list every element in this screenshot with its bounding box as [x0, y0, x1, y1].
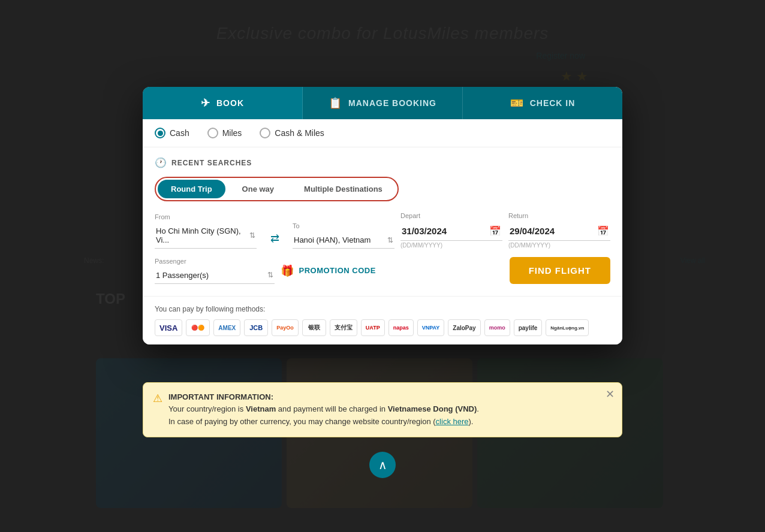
info-line2-before: In case of paying by other currency, you…	[168, 417, 436, 426]
from-label: From	[155, 213, 257, 220]
recent-searches-row: 🕐 RECENT SEARCHES	[155, 157, 610, 168]
payment-icon-zalopay: ZaloPay	[448, 319, 480, 336]
ticket-icon: 🎫	[510, 96, 524, 110]
depart-format: (DD/MM/YYYY)	[400, 242, 502, 249]
from-value: Ho Chi Minh City (SGN), Vi...	[156, 226, 249, 244]
close-info-banner-button[interactable]: ✕	[606, 389, 615, 400]
promo-label: PROMOTION CODE	[299, 266, 376, 275]
payment-icon-uatp: UATP	[361, 319, 385, 336]
from-input[interactable]: Ho Chi Minh City (SGN), Vi... ⇅	[155, 223, 257, 249]
recent-searches-label: RECENT SEARCHES	[171, 159, 252, 167]
return-group: Return 29/04/2024 📅 (DD/MM/YYYY)	[508, 212, 610, 249]
info-country: Vietnam	[246, 404, 276, 413]
payment-methods-label: You can pay by following methods:	[155, 305, 610, 313]
trip-type-selector: Round Trip One way Multiple Destinations	[155, 177, 399, 201]
return-calendar-icon[interactable]: 📅	[597, 225, 609, 237]
payment-icon-amex: AMEX	[213, 319, 240, 336]
info-title: IMPORTANT INFORMATION:	[168, 392, 273, 401]
chevron-up-icon: ∧	[378, 458, 387, 472]
swap-icon[interactable]: ⇄	[270, 232, 279, 245]
depart-group: Depart 31/03/2024 📅 (DD/MM/YYYY)	[400, 212, 502, 249]
to-group: To Hanoi (HAN), Vietnam ⇅	[293, 222, 394, 249]
tab-manage-booking[interactable]: 📋 MANAGE BOOKING	[303, 87, 463, 119]
radio-cash-miles-label: Cash & Miles	[275, 128, 324, 138]
clock-icon: 🕐	[155, 157, 167, 168]
payment-icon-alipay: 支付宝	[330, 319, 357, 336]
radio-cash[interactable]: Cash	[155, 128, 189, 138]
payment-icon-nganluong: NgânLuọng.vn	[546, 319, 589, 336]
find-flight-button[interactable]: FIND FLIGHT	[510, 257, 610, 284]
radio-cash-miles-circle	[260, 128, 270, 138]
depart-input[interactable]: 31/03/2024 📅	[400, 222, 502, 241]
passenger-arrow-icon: ⇅	[267, 271, 273, 279]
bottom-row: Passenger 1 Passenger(s) ⇅ 🎁 PROMOTION C…	[155, 257, 610, 284]
return-label: Return	[508, 212, 610, 219]
info-line1-middle: and payment will be charged in	[276, 404, 387, 413]
payment-icon-jcb: JCB	[244, 319, 268, 336]
scroll-up-button[interactable]: ∧	[369, 452, 396, 478]
main-content: 🕐 RECENT SEARCHES Round Trip One way Mul…	[143, 147, 622, 296]
payment-icons-row: VISA 🔴🟠 AMEX JCB PayOo 银联 支付宝 UATP napas…	[155, 319, 610, 336]
gift-icon: 🎁	[281, 264, 294, 277]
payment-icon-vnpay: VNPAY	[417, 319, 445, 336]
from-to-row: From Ho Chi Minh City (SGN), Vi... ⇅ ⇄ T…	[155, 212, 610, 249]
tab-book[interactable]: ✈ BOOK	[143, 87, 303, 119]
radio-miles[interactable]: Miles	[207, 128, 242, 138]
clipboard-icon: 📋	[329, 96, 342, 110]
depart-value: 31/03/2024	[402, 226, 447, 236]
payment-icon-union: 银联	[302, 319, 326, 336]
from-arrow-icon: ⇅	[249, 231, 255, 240]
passenger-label: Passenger	[155, 258, 275, 265]
info-currency: Vietnamese Dong (VND)	[388, 404, 477, 413]
passenger-group: Passenger 1 Passenger(s) ⇅	[155, 258, 275, 284]
payment-icon-momo: momo	[484, 319, 510, 336]
swap-group: ⇄	[263, 232, 287, 249]
to-arrow-icon: ⇅	[387, 236, 393, 244]
depart-label: Depart	[400, 212, 502, 219]
tab-bar: ✈ BOOK 📋 MANAGE BOOKING 🎫 CHECK IN	[143, 87, 622, 119]
tab-check-in[interactable]: 🎫 CHECK IN	[463, 87, 622, 119]
radio-miles-label: Miles	[222, 128, 242, 138]
payment-icon-visa: VISA	[155, 319, 182, 336]
to-value: Hanoi (HAN), Vietnam	[294, 235, 387, 244]
passenger-input[interactable]: 1 Passenger(s) ⇅	[155, 267, 275, 284]
radio-cash-label: Cash	[170, 128, 189, 138]
tab-checkin-label: CHECK IN	[530, 98, 576, 108]
payment-icon-mastercard: 🔴🟠	[186, 319, 210, 336]
to-label: To	[293, 222, 394, 229]
info-banner: ⚠ IMPORTANT INFORMATION: Your country/re…	[143, 382, 622, 437]
payment-icon-napas: napas	[388, 319, 414, 336]
info-line1-after: .	[477, 404, 479, 413]
plane-icon: ✈	[201, 96, 210, 110]
tab-manage-label: MANAGE BOOKING	[348, 98, 436, 108]
multi-destination-button[interactable]: Multiple Destinations	[291, 180, 396, 198]
payment-type-row: Cash Miles Cash & Miles	[143, 119, 622, 147]
round-trip-button[interactable]: Round Trip	[158, 180, 225, 198]
info-text: IMPORTANT INFORMATION: Your country/regi…	[168, 391, 479, 428]
payment-icon-paylife: paylife	[514, 319, 543, 336]
payment-methods-section: You can pay by following methods: VISA 🔴…	[143, 296, 622, 344]
info-click-here-link[interactable]: click here	[436, 417, 469, 426]
return-value: 29/04/2024	[510, 226, 555, 236]
booking-modal: ✈ BOOK 📋 MANAGE BOOKING 🎫 CHECK IN Cash …	[143, 87, 622, 344]
radio-cash-miles[interactable]: Cash & Miles	[260, 128, 324, 138]
passenger-value: 1 Passenger(s)	[156, 271, 267, 280]
one-way-button[interactable]: One way	[229, 180, 287, 198]
warning-icon: ⚠	[153, 392, 162, 405]
info-line2-after: ).	[469, 417, 474, 426]
return-input[interactable]: 29/04/2024 📅	[508, 222, 610, 241]
payment-icon-payoo: PayOo	[272, 319, 299, 336]
promotion-code-button[interactable]: 🎁 PROMOTION CODE	[281, 264, 376, 277]
tab-book-label: BOOK	[216, 98, 244, 108]
search-form: From Ho Chi Minh City (SGN), Vi... ⇅ ⇄ T…	[155, 212, 610, 284]
radio-miles-circle	[207, 128, 218, 138]
info-line1-before: Your country/region is	[168, 404, 246, 413]
depart-calendar-icon[interactable]: 📅	[489, 225, 501, 237]
to-input[interactable]: Hanoi (HAN), Vietnam ⇅	[293, 232, 394, 249]
radio-cash-circle	[155, 128, 165, 138]
from-group: From Ho Chi Minh City (SGN), Vi... ⇅	[155, 213, 257, 249]
return-format: (DD/MM/YYYY)	[508, 242, 610, 249]
